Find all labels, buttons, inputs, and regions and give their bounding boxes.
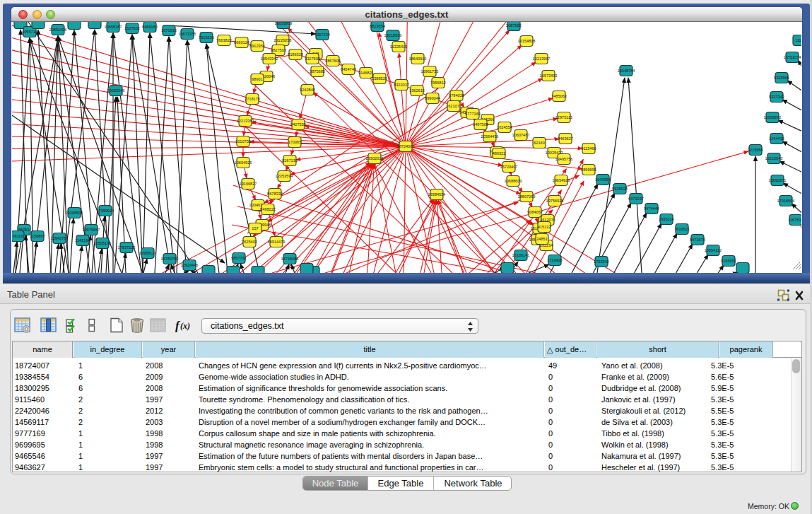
svg-text:12942757: 12942757 [51,236,69,240]
svg-text:9827503: 9827503 [271,48,286,52]
svg-text:9084067: 9084067 [527,210,543,214]
svg-text:19218506: 19218506 [384,33,402,37]
svg-text:6466160: 6466160 [142,25,158,29]
svg-text:10543342: 10543342 [261,57,278,61]
svg-text:62160: 62160 [534,141,545,145]
svg-text:10958117: 10958117 [139,251,156,255]
svg-text:8678332: 8678332 [267,192,283,196]
svg-text:5938928: 5938928 [612,187,628,191]
svg-text:9327505: 9327505 [305,57,320,61]
svg-text:2867608: 2867608 [325,59,341,63]
svg-text:7663822: 7663822 [216,38,232,42]
svg-text:20891406: 20891406 [49,28,67,32]
svg-text:18724007: 18724007 [397,144,415,148]
svg-text:9777169: 9777169 [465,112,481,116]
svg-text:20975867: 20975867 [83,228,100,232]
svg-text:12923446: 12923446 [181,263,199,267]
svg-text:8186328: 8186328 [288,52,303,57]
svg-text:19756928: 19756928 [546,199,564,203]
svg-text:7485063: 7485063 [551,94,567,98]
svg-text:10688609: 10688609 [505,179,522,183]
svg-text:19384554: 19384554 [428,192,446,197]
svg-text:20053346: 20053346 [107,88,125,93]
svg-text:1244415: 1244415 [769,136,784,141]
svg-text:12353594: 12353594 [276,174,293,178]
svg-text:10654925: 10654925 [235,160,252,165]
svg-text:(x): (x) [180,321,190,331]
svg-text:20364436: 20364436 [481,134,499,139]
svg-text:12213967: 12213967 [533,57,551,61]
svg-text:19166827: 19166827 [240,182,257,186]
svg-text:3215955: 3215955 [748,148,763,152]
svg-text:157: 157 [252,226,258,230]
svg-text:1010755: 1010755 [235,139,251,144]
svg-text:8660124: 8660124 [234,40,249,45]
svg-text:8471676: 8471676 [690,238,705,242]
svg-text:170065: 170065 [288,140,302,144]
svg-text:8267130: 8267130 [282,158,298,163]
svg-text:8912954: 8912954 [249,44,265,48]
svg-text:9242848: 9242848 [300,88,315,92]
svg-text:7515526: 7515526 [199,35,214,40]
svg-text:17957223: 17957223 [118,245,136,250]
svg-text:12975115: 12975115 [555,115,572,119]
svg-text:9463627: 9463627 [558,136,573,141]
svg-text:1640954: 1640954 [595,177,611,182]
svg-text:18640910: 18640910 [409,57,427,61]
svg-text:7357234: 7357234 [314,33,330,37]
svg-text:1733426: 1733426 [547,258,563,262]
svg-text:16210643: 16210643 [765,156,783,160]
svg-text:9115460: 9115460 [581,146,596,151]
svg-text:1527602: 1527602 [124,26,140,30]
svg-text:1362615: 1362615 [409,88,425,93]
svg-text:24851: 24851 [536,237,548,241]
svg-text:10154808: 10154808 [518,39,536,43]
svg-text:39119: 39119 [12,234,23,238]
svg-text:9857791: 9857791 [231,256,247,260]
svg-text:6497508: 6497508 [473,122,488,127]
svg-text:9227342: 9227342 [769,95,784,99]
svg-text:12213383: 12213383 [237,119,254,123]
svg-text:15718485: 15718485 [281,257,299,261]
svg-text:7955812: 7955812 [430,81,446,85]
svg-text:7625402: 7625402 [242,240,257,244]
svg-text:7632621: 7632621 [674,227,690,231]
svg-text:16033809: 16033809 [275,22,293,25]
svg-text:16136141: 16136141 [512,253,530,257]
svg-text:0899695: 0899695 [581,168,596,172]
svg-text:8322037: 8322037 [394,83,409,87]
svg-text:1588520: 1588520 [372,76,387,81]
svg-text:10607487: 10607487 [512,133,530,137]
svg-text:13495756: 13495756 [555,157,573,161]
svg-text:12505135: 12505135 [94,241,112,245]
svg-text:8990044: 8990044 [425,96,440,100]
svg-text:23302013: 23302013 [366,156,384,160]
svg-text:17016504: 17016504 [777,199,795,203]
svg-text:1167533: 1167533 [788,218,801,222]
svg-text:20206503: 20206503 [66,211,83,215]
svg-text:4055714: 4055714 [22,30,37,34]
svg-text:8813054: 8813054 [370,24,385,28]
svg-text:8454749: 8454749 [341,67,356,71]
svg-text:415132: 415132 [538,225,551,229]
svg-text:11325419: 11325419 [390,45,407,49]
svg-text:1793342: 1793342 [594,259,609,264]
svg-text:12093872: 12093872 [764,115,782,119]
svg-text:13751074: 13751074 [784,55,801,59]
svg-text:1071913: 1071913 [161,28,177,33]
svg-text:98901: 98901 [252,77,263,81]
svg-text:1156867: 1156867 [30,234,45,238]
svg-text:1624554: 1624554 [497,125,512,129]
svg-text:1621072: 1621072 [446,104,461,108]
svg-text:10655287: 10655287 [105,25,122,29]
svg-text:16961755: 16961755 [421,69,439,74]
svg-text:486322: 486322 [493,151,506,156]
svg-text:9329966: 9329966 [774,76,789,80]
svg-text:19654923: 19654923 [553,178,570,182]
svg-text:9245652: 9245652 [721,259,736,263]
svg-text:9794028: 9794028 [449,93,464,98]
svg-text:6479197: 6479197 [628,197,644,201]
svg-text:8427552: 8427552 [290,122,306,127]
svg-text:15692971: 15692971 [769,178,787,182]
svg-text:10973493: 10973493 [540,74,558,78]
